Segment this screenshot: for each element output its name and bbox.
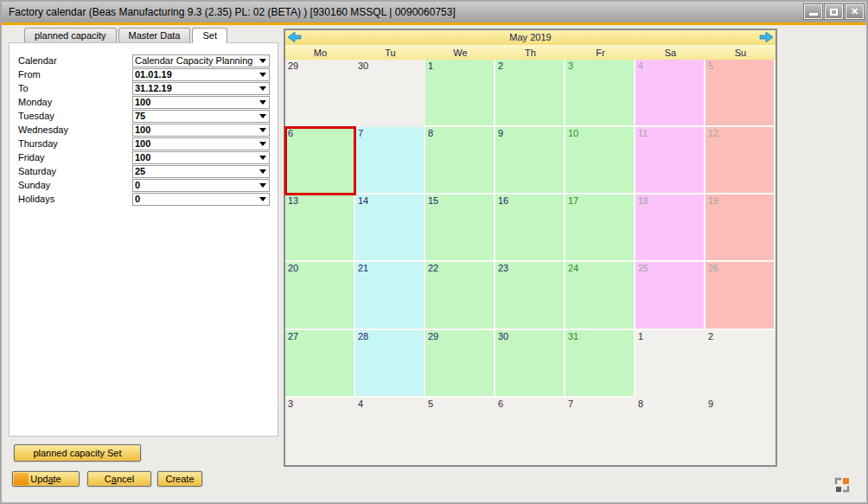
day-number: 2	[498, 61, 503, 71]
day-cell[interactable]: 8	[635, 398, 705, 465]
from-combobox[interactable]: 01.01.19	[132, 68, 270, 81]
day-cell[interactable]: 16	[495, 195, 565, 262]
to-combobox[interactable]: 31.12.19	[132, 82, 270, 95]
to-label: To	[18, 83, 132, 93]
dropdown-arrow-icon[interactable]	[259, 169, 266, 174]
day-cell[interactable]: 6	[495, 398, 565, 465]
day-cell[interactable]: 2	[705, 330, 775, 398]
dropdown-arrow-icon[interactable]	[259, 128, 266, 132]
day-cell[interactable]: 1	[425, 60, 495, 127]
day-cell[interactable]: 30	[495, 330, 565, 398]
day-cell[interactable]: 4	[355, 398, 425, 465]
day-cell[interactable]: 1	[635, 330, 705, 398]
monday-value: 100	[135, 97, 258, 107]
saturday-combobox[interactable]: 25	[132, 165, 270, 178]
tab-master-data[interactable]: Master Data	[118, 28, 191, 42]
cancel-button[interactable]: Cancel	[87, 471, 151, 487]
close-button[interactable]: ✕	[846, 4, 864, 19]
calendar-combobox[interactable]: Calendar Capacity Planning	[132, 54, 270, 67]
form-row-tuesday: Tuesday75	[18, 109, 270, 123]
weekday-label-mo: Mo	[285, 48, 355, 58]
day-cell[interactable]: 31	[565, 330, 635, 398]
day-cell[interactable]: 22	[425, 262, 495, 329]
day-number: 26	[708, 263, 718, 273]
day-number: 12	[708, 128, 718, 138]
day-cell[interactable]: 29	[425, 330, 495, 398]
day-cell[interactable]: 28	[355, 330, 425, 398]
day-cell[interactable]: 26	[705, 262, 775, 329]
day-cell[interactable]: 9	[495, 127, 565, 195]
day-cell[interactable]: 17	[565, 195, 635, 262]
maximize-button[interactable]	[825, 4, 843, 19]
day-cell[interactable]: 20	[285, 262, 355, 329]
weekday-label-tu: Tu	[355, 48, 425, 58]
day-cell[interactable]: 24	[565, 262, 635, 329]
day-cell[interactable]: 29	[285, 60, 355, 127]
day-cell[interactable]: 27	[285, 330, 355, 398]
tuesday-combobox[interactable]: 75	[132, 110, 270, 123]
day-cell[interactable]: 5	[705, 60, 775, 127]
dropdown-arrow-icon[interactable]	[259, 156, 266, 160]
weekday-label-fr: Fr	[565, 48, 635, 58]
holidays-combobox[interactable]: 0	[132, 193, 270, 206]
dropdown-arrow-icon[interactable]	[259, 197, 266, 201]
day-number: 7	[358, 128, 363, 138]
calendar-value: Calendar Capacity Planning	[135, 55, 258, 66]
saturday-value: 25	[135, 166, 258, 176]
form-row-saturday: Saturday25	[18, 164, 270, 178]
day-number: 5	[428, 399, 433, 409]
thursday-combobox[interactable]: 100	[132, 137, 270, 150]
day-cell[interactable]: 30	[355, 60, 425, 127]
day-cell[interactable]: 19	[705, 195, 775, 262]
planned-capacity-set-button[interactable]: planned capacity Set	[14, 444, 141, 462]
day-cell[interactable]: 3	[285, 398, 355, 465]
next-month-button[interactable]	[759, 32, 773, 42]
day-number: 4	[638, 61, 643, 71]
update-button[interactable]: Update	[12, 471, 80, 487]
tuesday-value: 75	[135, 111, 258, 121]
day-cell-selected[interactable]: 6	[285, 127, 355, 195]
day-cell[interactable]: 13	[285, 195, 355, 262]
day-cell[interactable]: 12	[705, 127, 775, 195]
tab-planned-capacity[interactable]: planned capacity	[24, 28, 117, 42]
from-label: From	[18, 69, 132, 80]
friday-combobox[interactable]: 100	[132, 151, 270, 164]
day-cell[interactable]: 10	[565, 127, 635, 195]
day-cell[interactable]: 2	[495, 60, 565, 127]
day-cell[interactable]: 9	[705, 398, 775, 465]
day-cell[interactable]: 8	[425, 127, 495, 195]
resize-grip-icon[interactable]	[833, 476, 851, 494]
dropdown-arrow-icon[interactable]	[259, 73, 266, 77]
day-cell[interactable]: 11	[635, 127, 705, 195]
day-cell[interactable]: 5	[425, 398, 495, 465]
day-cell[interactable]: 7	[565, 398, 635, 465]
minimize-button[interactable]	[804, 4, 822, 19]
day-cell[interactable]: 14	[355, 195, 425, 262]
day-cell[interactable]: 23	[495, 262, 565, 329]
day-number: 10	[568, 128, 578, 138]
dropdown-arrow-icon[interactable]	[259, 142, 266, 146]
monday-combobox[interactable]: 100	[132, 96, 270, 109]
sunday-value: 0	[135, 180, 258, 190]
factory-calendar-window: Factory calendar (Beas Manufacturing 9.3…	[0, 0, 868, 504]
wednesday-combobox[interactable]: 100	[132, 124, 270, 137]
calendar-week-row: 3456789	[285, 398, 775, 465]
create-button[interactable]: Create	[157, 471, 202, 487]
dropdown-arrow-icon[interactable]	[259, 100, 266, 105]
day-cell[interactable]: 25	[635, 262, 705, 329]
tab-set[interactable]: Set	[192, 28, 227, 43]
day-cell[interactable]: 4	[635, 60, 705, 127]
weekday-label-th: Th	[495, 48, 565, 58]
dropdown-arrow-icon[interactable]	[259, 114, 266, 118]
day-cell[interactable]: 7	[355, 127, 425, 195]
dropdown-arrow-icon[interactable]	[259, 86, 266, 91]
day-number: 14	[358, 195, 368, 206]
dropdown-arrow-icon[interactable]	[259, 183, 266, 188]
sunday-combobox[interactable]: 0	[132, 179, 270, 192]
day-cell[interactable]: 18	[635, 195, 705, 262]
day-cell[interactable]: 3	[565, 60, 635, 127]
dropdown-arrow-icon[interactable]	[259, 59, 266, 63]
day-cell[interactable]: 21	[355, 262, 425, 329]
day-cell[interactable]: 15	[425, 195, 495, 262]
thursday-label: Thursday	[18, 138, 132, 149]
